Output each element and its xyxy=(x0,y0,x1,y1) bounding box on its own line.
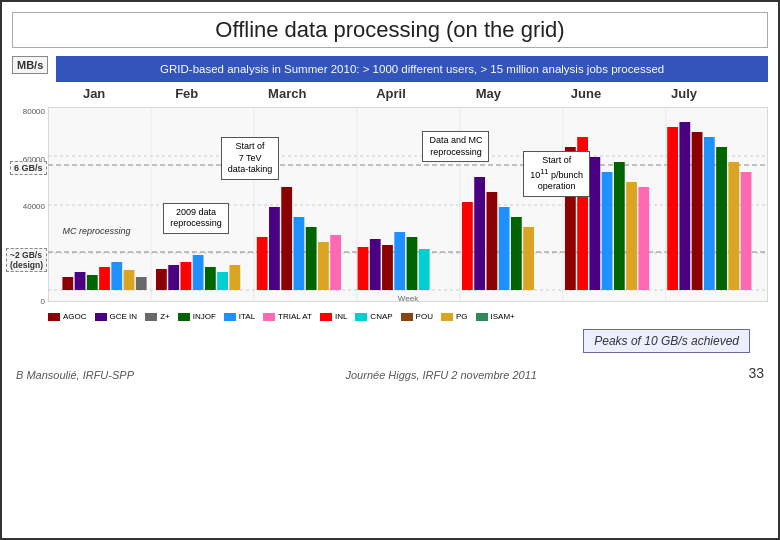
month-feb: Feb xyxy=(175,86,198,101)
legend-color-isam xyxy=(476,313,488,321)
svg-rect-14 xyxy=(75,272,86,290)
legend-color-trial xyxy=(263,313,275,321)
svg-rect-28 xyxy=(269,207,280,290)
svg-rect-59 xyxy=(741,172,752,290)
legend-color-gcein xyxy=(95,313,107,321)
footer-row: B Mansoulié, IRFU-SPP Journée Higgs, IRF… xyxy=(12,365,768,381)
slide: Offline data processing (on the grid) MB… xyxy=(0,0,780,540)
svg-rect-35 xyxy=(370,239,381,290)
svg-rect-24 xyxy=(205,267,216,290)
svg-rect-29 xyxy=(281,187,292,290)
svg-rect-31 xyxy=(306,227,317,290)
annotation-2009-data: 2009 datareprocessing xyxy=(163,203,229,234)
svg-rect-25 xyxy=(217,272,228,290)
legend-ital: ITAL xyxy=(224,312,255,321)
mc-reprocessing-label: MC reprocessing xyxy=(62,226,130,236)
svg-rect-15 xyxy=(87,275,98,290)
legend-color-pg xyxy=(441,313,453,321)
footer-center: Journée Higgs, IRFU 2 novembre 2011 xyxy=(346,369,537,381)
legend-pou: POU xyxy=(401,312,433,321)
svg-rect-48 xyxy=(589,157,600,290)
svg-rect-20 xyxy=(156,269,167,290)
legend-color-inl xyxy=(320,313,332,321)
svg-rect-40 xyxy=(462,202,473,290)
legend-cnap: CNAP xyxy=(355,312,392,321)
chart-container: Week Start of7 TeVdata-taking 2009 datar… xyxy=(48,107,768,306)
svg-rect-19 xyxy=(136,277,147,290)
y-axis-label: MB/s xyxy=(12,56,48,74)
chart-wrapper: 80000 60000 40000 20000 0 xyxy=(12,107,768,306)
legend-area: AGOC GCE IN Z+ INJOF ITAL TRIAL AT xyxy=(12,310,768,323)
gb6-label: 6 GB/s xyxy=(10,161,47,175)
legend-color-ital xyxy=(224,313,236,321)
svg-rect-50 xyxy=(614,162,625,290)
svg-text:Week: Week xyxy=(398,294,419,302)
annotation-data-mc: Data and MCreprocessing xyxy=(422,131,489,162)
month-labels: Jan Feb March April May June July xyxy=(12,86,768,101)
slide-title: Offline data processing (on the grid) xyxy=(12,12,768,48)
footer-left: B Mansoulié, IRFU-SPP xyxy=(16,369,134,381)
svg-rect-33 xyxy=(330,235,341,290)
legend-color-cnap xyxy=(355,313,367,321)
svg-rect-37 xyxy=(394,232,405,290)
legend-zplus: Z+ xyxy=(145,312,170,321)
svg-rect-21 xyxy=(168,265,179,290)
svg-rect-23 xyxy=(193,255,204,290)
svg-rect-41 xyxy=(474,177,485,290)
peaks-row: Peaks of 10 GB/s achieved xyxy=(12,327,768,355)
svg-rect-53 xyxy=(667,127,678,290)
svg-rect-57 xyxy=(716,147,727,290)
svg-rect-27 xyxy=(257,237,268,290)
svg-rect-44 xyxy=(511,217,522,290)
svg-rect-13 xyxy=(62,277,73,290)
svg-rect-17 xyxy=(111,262,122,290)
svg-rect-34 xyxy=(358,247,369,290)
svg-rect-18 xyxy=(124,270,135,290)
legend-gcein: GCE IN xyxy=(95,312,138,321)
svg-rect-43 xyxy=(499,207,510,290)
svg-rect-26 xyxy=(229,265,240,290)
content-area: MB/s GRID-based analysis in Summer 2010:… xyxy=(12,56,768,381)
month-may: May xyxy=(476,86,501,101)
month-april: April xyxy=(376,86,406,101)
svg-rect-54 xyxy=(679,122,690,290)
month-march: March xyxy=(268,86,306,101)
svg-rect-39 xyxy=(419,249,430,290)
svg-rect-45 xyxy=(523,227,534,290)
month-june: June xyxy=(571,86,601,101)
chart-svg: Week xyxy=(48,107,768,302)
grid-banner: GRID-based analysis in Summer 2010: > 10… xyxy=(56,56,768,82)
y-axis: 80000 60000 40000 20000 0 xyxy=(12,107,48,306)
page-number: 33 xyxy=(748,365,764,381)
legend-agoc: AGOC xyxy=(48,312,87,321)
legend-inl: INL xyxy=(320,312,347,321)
legend-injof: INJOF xyxy=(178,312,216,321)
legend-isam: ISAM+ xyxy=(476,312,515,321)
svg-rect-56 xyxy=(704,137,715,290)
svg-rect-36 xyxy=(382,245,393,290)
annotation-start-tev: Start of7 TeVdata-taking xyxy=(221,137,280,180)
svg-rect-52 xyxy=(638,187,649,290)
svg-rect-32 xyxy=(318,242,329,290)
gb2-label: ~2 GB/s(design) xyxy=(6,248,47,272)
top-row: MB/s GRID-based analysis in Summer 2010:… xyxy=(12,56,768,82)
svg-rect-58 xyxy=(728,162,739,290)
legend-color-agoc xyxy=(48,313,60,321)
legend-trial: TRIAL AT xyxy=(263,312,312,321)
svg-rect-55 xyxy=(692,132,703,290)
month-july: July xyxy=(671,86,697,101)
svg-rect-30 xyxy=(294,217,305,290)
month-jan: Jan xyxy=(83,86,105,101)
legend-pg: PG xyxy=(441,312,468,321)
svg-rect-42 xyxy=(486,192,497,290)
svg-rect-22 xyxy=(180,262,191,290)
legend-color-zplus xyxy=(145,313,157,321)
annotation-start-bunch: Start of1011 p/bunchoperation xyxy=(523,151,590,197)
peaks-label: Peaks of 10 GB/s achieved xyxy=(583,329,750,353)
svg-rect-49 xyxy=(602,172,613,290)
svg-rect-51 xyxy=(626,182,637,290)
legend-color-pou xyxy=(401,313,413,321)
legend-color-injof xyxy=(178,313,190,321)
svg-rect-38 xyxy=(407,237,418,290)
svg-rect-16 xyxy=(99,267,110,290)
